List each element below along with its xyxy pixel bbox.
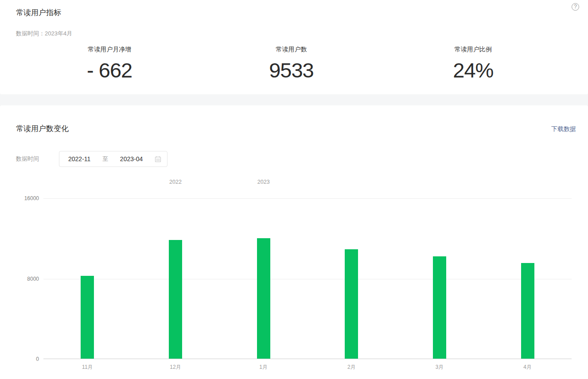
data-time: 数据时间：2023年4月 bbox=[16, 30, 576, 38]
overview-card: 常读用户指标 ? 数据时间：2023年4月 常读用户月净增 - 662 常读用户… bbox=[0, 0, 588, 94]
metric-value: - 662 bbox=[19, 58, 200, 82]
bar-3月[interactable] bbox=[433, 256, 446, 359]
metrics-row: 常读用户月净增 - 662 常读用户数 9533 常读用户比例 24% bbox=[19, 46, 576, 82]
bar-4月[interactable] bbox=[521, 263, 534, 359]
x-axis-tick-label: 11月 bbox=[70, 364, 105, 371]
metric-regular-reader-count: 常读用户数 9533 bbox=[200, 46, 382, 82]
metric-label: 常读用户比例 bbox=[382, 46, 564, 54]
section-title: 常读用户数变化 bbox=[16, 124, 69, 134]
x-axis-tick-label: 3月 bbox=[422, 364, 457, 371]
data-time-value: 2023年4月 bbox=[45, 30, 72, 37]
plot-area bbox=[43, 198, 572, 359]
metric-label: 常读用户数 bbox=[200, 46, 382, 54]
bar-chart: 080001600011月12月1月2月3月4月20222023 bbox=[0, 174, 588, 376]
year-label: 2023 bbox=[246, 179, 281, 185]
download-data-link[interactable]: 下载数据 bbox=[551, 125, 576, 133]
metric-value: 24% bbox=[382, 58, 564, 82]
bar-2月[interactable] bbox=[345, 249, 358, 359]
page-title: 常读用户指标 bbox=[16, 8, 576, 18]
date-filter-row: 数据时间 2022-11 至 2023-04 bbox=[16, 151, 588, 167]
date-start-value[interactable]: 2022-11 bbox=[68, 155, 90, 162]
date-range-picker[interactable]: 2022-11 至 2023-04 bbox=[59, 151, 167, 167]
year-label: 2022 bbox=[158, 179, 193, 185]
metric-value: 9533 bbox=[200, 58, 382, 82]
bar-11月[interactable] bbox=[81, 276, 94, 359]
metric-regular-reader-ratio: 常读用户比例 24% bbox=[382, 46, 564, 82]
x-axis-tick-label: 1月 bbox=[246, 364, 281, 371]
gridline bbox=[43, 198, 572, 199]
help-icon[interactable]: ? bbox=[572, 3, 579, 11]
metric-label: 常读用户月净增 bbox=[19, 46, 200, 54]
calendar-icon[interactable] bbox=[155, 156, 161, 162]
metric-monthly-net-increase: 常读用户月净增 - 662 bbox=[19, 46, 200, 82]
y-axis-tick-label: 8000 bbox=[0, 276, 39, 282]
help-icon-glyph: ? bbox=[574, 4, 577, 10]
date-range-separator: 至 bbox=[102, 155, 108, 163]
x-axis-tick-label: 4月 bbox=[510, 364, 545, 371]
trend-card: 常读用户数变化 下载数据 数据时间 2022-11 至 2023-04 bbox=[0, 105, 588, 379]
trend-header: 常读用户数变化 下载数据 bbox=[0, 105, 588, 134]
x-axis-tick-label: 2月 bbox=[334, 364, 369, 371]
y-axis-tick-label: 0 bbox=[0, 356, 39, 362]
bar-1月[interactable] bbox=[257, 238, 270, 359]
data-time-label: 数据时间： bbox=[16, 30, 45, 37]
y-axis-tick-label: 16000 bbox=[0, 195, 39, 201]
date-filter-label: 数据时间 bbox=[16, 155, 39, 163]
date-end-value[interactable]: 2023-04 bbox=[120, 155, 143, 162]
bar-12月[interactable] bbox=[169, 240, 182, 359]
x-axis-tick-label: 12月 bbox=[158, 364, 193, 371]
gridline bbox=[43, 279, 572, 279]
